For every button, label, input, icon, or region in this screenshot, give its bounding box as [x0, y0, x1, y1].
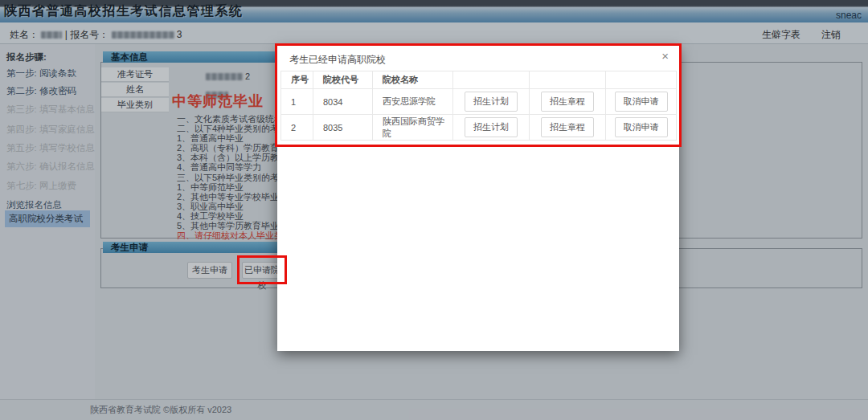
enrollment-plan-button[interactable]: 招生计划: [465, 92, 518, 112]
col-header-name: 院校名称: [373, 71, 453, 89]
table-row: 2 8035 陕西国际商贸学院 招生计划 招生章程 取消申请: [281, 115, 677, 141]
col-header-empty: [606, 71, 677, 89]
cell-name: 陕西国际商贸学院: [373, 115, 453, 141]
col-header-empty: [453, 71, 530, 89]
enrollment-plan-button[interactable]: 招生计划: [465, 117, 518, 137]
cell-no: 2: [281, 115, 313, 141]
col-header-no: 序号: [281, 71, 313, 89]
table-header-row: 序号 院校代号 院校名称: [281, 71, 677, 89]
applied-colleges-table: 序号 院校代号 院校名称 1 8034 西安思源学院 招生计划 招生章程 取消申…: [280, 71, 677, 141]
close-icon[interactable]: ×: [661, 50, 669, 62]
modal-title: 考生已经申请高职院校: [289, 53, 386, 67]
applied-colleges-modal: 考生已经申请高职院校 × 序号 院校代号 院校名称 1 8034 西安思源学院 …: [277, 46, 679, 351]
cell-code: 8034: [313, 89, 373, 115]
table-row: 1 8034 西安思源学院 招生计划 招生章程 取消申请: [281, 89, 677, 115]
cell-name: 西安思源学院: [373, 89, 453, 115]
col-header-empty: [530, 71, 606, 89]
screen: 陕西省普通高校招生考试信息管理系统 sneac 姓名： | 报名号： 3 生僻字…: [0, 0, 868, 420]
cell-code: 8035: [313, 115, 373, 141]
cancel-application-button[interactable]: 取消申请: [615, 92, 668, 112]
cell-no: 1: [281, 89, 313, 115]
col-header-code: 院校代号: [313, 71, 373, 89]
enrollment-charter-button[interactable]: 招生章程: [541, 117, 594, 137]
enrollment-charter-button[interactable]: 招生章程: [541, 92, 594, 112]
cancel-application-button[interactable]: 取消申请: [615, 117, 668, 137]
